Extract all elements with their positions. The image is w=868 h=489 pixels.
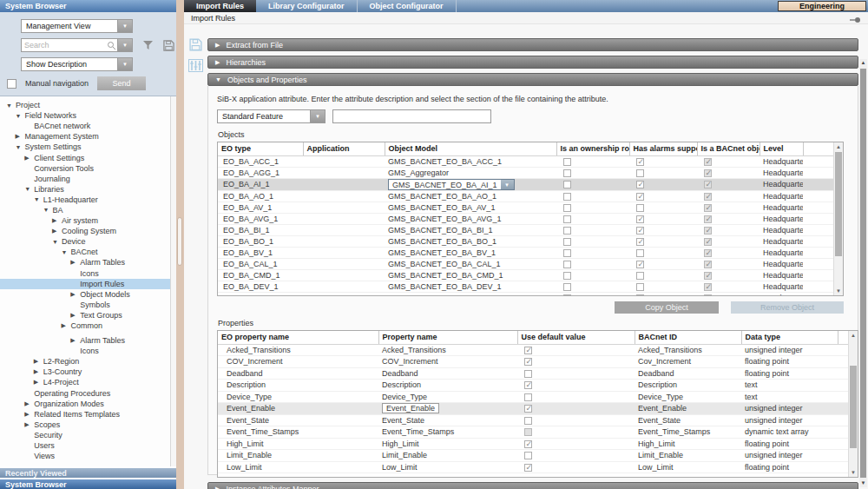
properties-table-row[interactable]: Device_Type Device_Type Device_Type text (218, 391, 848, 403)
tree-item-l1-headquarter[interactable]: ▼L1-Headquarter (0, 195, 176, 205)
tree-item-journaling[interactable]: Journaling (0, 174, 176, 184)
tree-item-l4-project[interactable]: ▶L4-Project (0, 377, 176, 387)
tree-item-bacnet[interactable]: ▼BACnet (0, 247, 176, 257)
scroll-up-icon[interactable]: ▲ (834, 142, 843, 151)
save-file-icon[interactable] (189, 38, 202, 53)
ownership-root-checkbox[interactable] (563, 294, 571, 296)
filter-icon[interactable] (142, 40, 154, 50)
objects-col-level[interactable]: Level (760, 142, 803, 155)
objects-col-application[interactable]: Application (303, 142, 385, 155)
chevron-down-icon[interactable]: ▼ (117, 58, 132, 70)
properties-table-row[interactable]: Acked_Transitions Acked_Transitions Acke… (218, 344, 848, 356)
chevron-down-icon[interactable]: ▼ (501, 180, 514, 189)
tree-item-icons[interactable]: Icons (0, 346, 176, 356)
tree-item-symbols[interactable]: Symbols (0, 300, 176, 310)
properties-col-data-type[interactable]: Data type (741, 331, 838, 344)
hierarchy-columns-icon[interactable] (188, 59, 203, 74)
objects-table-row[interactable]: EO_BA_AVG_1 GMS_BACNET_EO_BA_AVG_1 Headq… (218, 213, 833, 224)
objects-table-row[interactable]: EO_BA_BV_1 GMS_BACNET_EO_BA_BV_1 Headqua… (218, 247, 833, 258)
tree-item-management-system[interactable]: ▶Management System (0, 131, 176, 142)
alarms-support-checkbox[interactable] (636, 261, 644, 268)
alarms-support-checkbox[interactable] (636, 249, 644, 257)
alarms-support-checkbox[interactable] (636, 181, 644, 188)
tree-item-system-settings[interactable]: ▼System Settings (0, 142, 176, 152)
alarms-support-checkbox[interactable] (636, 204, 644, 212)
tree-item-object-models[interactable]: ▶Object Models (0, 289, 176, 300)
ownership-root-checkbox[interactable] (563, 283, 571, 291)
section-extract-from-file[interactable]: ▶ Extract from File (207, 38, 858, 51)
ownership-root-checkbox[interactable] (563, 215, 571, 223)
use-default-checkbox[interactable] (524, 381, 532, 389)
tree-item-common[interactable]: ▶Common (0, 320, 176, 331)
alarms-support-checkbox[interactable] (636, 272, 644, 280)
objects-table-row[interactable]: EO_BA_AGG_1 GMS_Aggregator Headquarter (218, 167, 833, 178)
manual-navigation-checkbox[interactable] (7, 79, 16, 89)
save-icon[interactable] (163, 40, 174, 51)
tree-item-icons[interactable]: Icons (0, 268, 176, 279)
use-default-checkbox[interactable] (524, 452, 532, 459)
properties-col-eo-property-name[interactable]: EO property name (218, 331, 378, 344)
objects-col-is-a-bacnet-object[interactable]: Is a BACnet object (697, 142, 760, 155)
use-default-checkbox[interactable] (524, 417, 532, 425)
objects-table-row[interactable]: EO_BA_AI_1 GMS_BACNET_EO_BA_AI_1▼ Headqu… (218, 178, 833, 190)
section-hierarchies[interactable]: ▶ Hierarchies (207, 56, 858, 69)
ownership-root-checkbox[interactable] (563, 272, 571, 280)
ownership-root-checkbox[interactable] (563, 158, 571, 166)
objects-table-row[interactable]: EO_BA_BO_1 GMS_BACNET_EO_BA_BO_1 Headqua… (218, 235, 833, 247)
properties-table-row[interactable]: Event_Enable Event_Enable Event_Enable u… (218, 403, 848, 415)
properties-table-row[interactable]: Low_Limit Low_Limit Low_Limit floating p… (218, 461, 848, 473)
tree-item-text-groups[interactable]: ▶Text Groups (0, 310, 176, 320)
tree-scrollbar[interactable] (170, 96, 176, 466)
ownership-root-checkbox[interactable] (563, 238, 571, 246)
use-default-checkbox[interactable] (524, 393, 532, 401)
send-button[interactable]: Send (97, 76, 146, 90)
tree-item-field-networks[interactable]: ▼Field Networks (0, 110, 176, 121)
objects-col-is-an-ownership-root[interactable]: Is an ownership root (556, 142, 629, 155)
tree-item-import-rules[interactable]: Import Rules (0, 279, 176, 289)
section-instance-attributes-mapper[interactable]: ▶ Instance Attributes Mapper (207, 482, 858, 489)
properties-col-empty[interactable] (838, 331, 848, 344)
alarms-support-checkbox[interactable] (636, 169, 644, 177)
tree-item-l2-region[interactable]: ▶L2-Region (0, 356, 176, 367)
ownership-root-checkbox[interactable] (563, 193, 571, 201)
tree-item-related-items-templates[interactable]: ▶Related Items Templates (0, 409, 176, 420)
tab-import-rules[interactable]: Import Rules (184, 0, 256, 12)
tree-item-alarm-tables[interactable]: ▶Alarm Tables (0, 335, 176, 346)
scroll-up-icon[interactable]: ▲ (859, 59, 867, 67)
search-input[interactable] (22, 39, 105, 51)
objects-col-object-model[interactable]: Object Model (385, 142, 556, 155)
objects-table-row[interactable]: EO_BA_AO_1 GMS_BACNET_EO_BA_AO_1 Headqua… (218, 190, 833, 202)
tree-item-users[interactable]: Users (0, 440, 176, 451)
alarms-support-checkbox[interactable] (636, 283, 644, 291)
attribute-input[interactable] (332, 109, 491, 123)
alarms-support-checkbox[interactable] (636, 215, 644, 223)
tree-item-security[interactable]: Security (0, 430, 176, 440)
tree-item-client-settings[interactable]: ▶Client Settings (0, 152, 176, 162)
remove-object-button[interactable]: Remove Object (731, 301, 844, 314)
alarms-support-checkbox[interactable] (636, 294, 644, 296)
ownership-root-checkbox[interactable] (563, 204, 571, 212)
scroll-down-icon[interactable]: ▼ (834, 287, 843, 295)
copy-object-button[interactable]: Copy Object (615, 301, 719, 314)
ownership-root-checkbox[interactable] (563, 249, 571, 257)
section-objects-and-properties[interactable]: ▼ Objects and Properties (207, 73, 858, 86)
properties-col-bacnet-id[interactable]: BACnet ID (635, 331, 741, 344)
use-default-checkbox[interactable] (524, 370, 532, 378)
use-default-checkbox[interactable] (524, 464, 532, 472)
properties-table-scrollbar[interactable]: ▲ ▼ (848, 331, 858, 477)
recently-viewed-bar[interactable]: Recently Viewed (0, 466, 176, 478)
ownership-root-checkbox[interactable] (563, 181, 571, 188)
properties-table-row[interactable]: COV_Increment COV_Increment Cov_Incremen… (218, 356, 848, 368)
tree-item-cooling-system[interactable]: ▶Cooling System (0, 226, 176, 236)
alarms-support-checkbox[interactable] (636, 158, 644, 166)
properties-table-row[interactable]: High_Limit High_Limit High_Limit floatin… (218, 438, 848, 450)
objects-table-row[interactable]: EO_BA_CAL_1 GMS_BACNET_EO_BA_CAL_1 Headq… (218, 258, 833, 269)
tree-item-l3-country[interactable]: ▶L3-Country (0, 367, 176, 377)
chevron-down-icon[interactable]: ▼ (117, 20, 132, 32)
objects-col-empty[interactable] (803, 142, 833, 155)
tree-item-ba[interactable]: ▼BA (0, 205, 176, 215)
display-mode-dropdown[interactable]: Show Description ▼ (21, 57, 133, 71)
scroll-up-icon[interactable]: ▲ (849, 331, 858, 340)
properties-table-row[interactable]: Limit_Enable Limit_Enable Limit_Enable u… (218, 450, 848, 462)
objects-table-row[interactable]: EO_BA_DEV_1 GMS_BACNET_EO_BA_DEV_1 Headq… (218, 281, 833, 292)
